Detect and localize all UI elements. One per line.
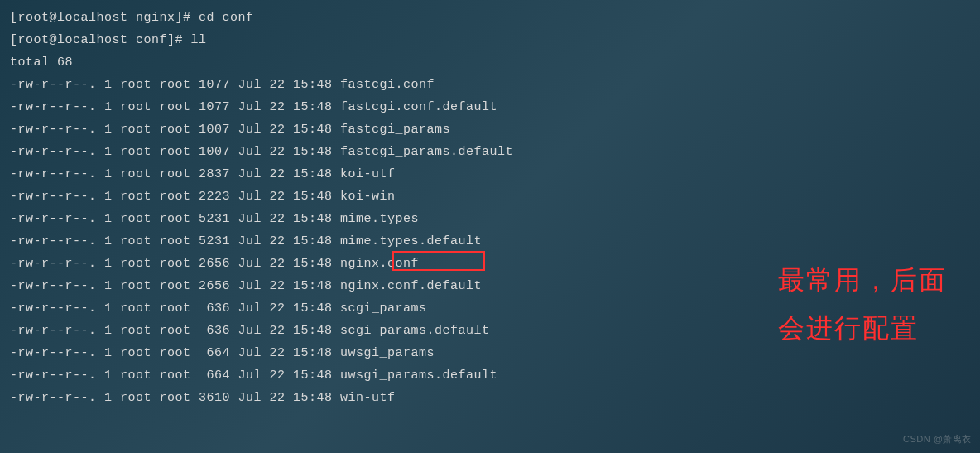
file-name: mime.types.default <box>340 234 482 248</box>
file-entry: -rw-r--r--. 1 root root 3610 Jul 22 15:4… <box>10 387 970 409</box>
file-name: fastcgi_params.default <box>340 145 513 159</box>
file-name: win-utf <box>340 391 396 405</box>
file-name: mime.types <box>340 212 419 226</box>
file-perms: -rw-r--r--. 1 root root 2223 Jul 22 15:4… <box>10 190 340 204</box>
prompt-2: [root@localhost conf]# <box>10 33 191 47</box>
file-perms: -rw-r--r--. 1 root root 1077 Jul 22 15:4… <box>10 78 340 92</box>
file-perms: -rw-r--r--. 1 root root 636 Jul 22 15:48 <box>10 301 340 316</box>
annotation-line-2: 会进行配置 <box>778 305 947 353</box>
file-entry: -rw-r--r--. 1 root root 1077 Jul 22 15:4… <box>10 96 970 118</box>
file-perms: -rw-r--r--. 1 root root 2656 Jul 22 15:4… <box>10 279 340 293</box>
file-entry: -rw-r--r--. 1 root root 1077 Jul 22 15:4… <box>10 74 970 96</box>
command-1: cd conf <box>199 11 254 25</box>
file-name: koi-utf <box>340 167 396 181</box>
file-entry: -rw-r--r--. 1 root root 1007 Jul 22 15:4… <box>10 118 970 141</box>
file-name: uwsgi_params.default <box>340 369 497 383</box>
annotation-line-1: 最常用，后面 <box>778 257 947 305</box>
file-name: scgi_params <box>340 301 427 316</box>
prompt-1: [root@localhost nginx]# <box>10 11 199 25</box>
file-entry: -rw-r--r--. 1 root root 2223 Jul 22 15:4… <box>10 186 970 208</box>
file-entry: -rw-r--r--. 1 root root 5231 Jul 22 15:4… <box>10 230 970 253</box>
command-line-2: [root@localhost conf]# ll <box>10 29 970 51</box>
file-name: nginx.conf.default <box>340 279 482 293</box>
file-perms: -rw-r--r--. 1 root root 1007 Jul 22 15:4… <box>10 123 340 137</box>
total-line: total 68 <box>10 51 970 74</box>
file-perms: -rw-r--r--. 1 root root 5231 Jul 22 15:4… <box>10 234 340 248</box>
command-line-1: [root@localhost nginx]# cd conf <box>10 7 970 29</box>
file-entry: -rw-r--r--. 1 root root 1007 Jul 22 15:4… <box>10 141 970 163</box>
file-perms: -rw-r--r--. 1 root root 2656 Jul 22 15:4… <box>10 257 340 271</box>
file-name: fastcgi.conf <box>340 78 435 92</box>
file-name: nginx.conf <box>340 257 419 271</box>
file-perms: -rw-r--r--. 1 root root 664 Jul 22 15:48 <box>10 369 340 383</box>
file-name: scgi_params.default <box>340 324 490 338</box>
file-perms: -rw-r--r--. 1 root root 1007 Jul 22 15:4… <box>10 145 340 159</box>
file-perms: -rw-r--r--. 1 root root 5231 Jul 22 15:4… <box>10 212 340 226</box>
file-entry: -rw-r--r--. 1 root root 664 Jul 22 15:48… <box>10 364 970 387</box>
file-perms: -rw-r--r--. 1 root root 3610 Jul 22 15:4… <box>10 391 340 405</box>
file-name: fastcgi.conf.default <box>340 100 497 114</box>
file-perms: -rw-r--r--. 1 root root 2837 Jul 22 15:4… <box>10 167 340 181</box>
file-perms: -rw-r--r--. 1 root root 1077 Jul 22 15:4… <box>10 100 340 114</box>
file-name: fastcgi_params <box>340 123 450 137</box>
watermark: CSDN @萧离衣 <box>903 431 972 448</box>
file-list: -rw-r--r--. 1 root root 1077 Jul 22 15:4… <box>10 74 970 409</box>
file-entry: -rw-r--r--. 1 root root 2837 Jul 22 15:4… <box>10 163 970 186</box>
file-name: koi-win <box>340 190 396 204</box>
file-perms: -rw-r--r--. 1 root root 664 Jul 22 15:48 <box>10 346 340 360</box>
command-2: ll <box>191 33 207 47</box>
file-perms: -rw-r--r--. 1 root root 636 Jul 22 15:48 <box>10 324 340 338</box>
annotation-text: 最常用，后面 会进行配置 <box>778 257 947 352</box>
file-name: uwsgi_params <box>340 346 435 360</box>
file-entry: -rw-r--r--. 1 root root 5231 Jul 22 15:4… <box>10 208 970 230</box>
